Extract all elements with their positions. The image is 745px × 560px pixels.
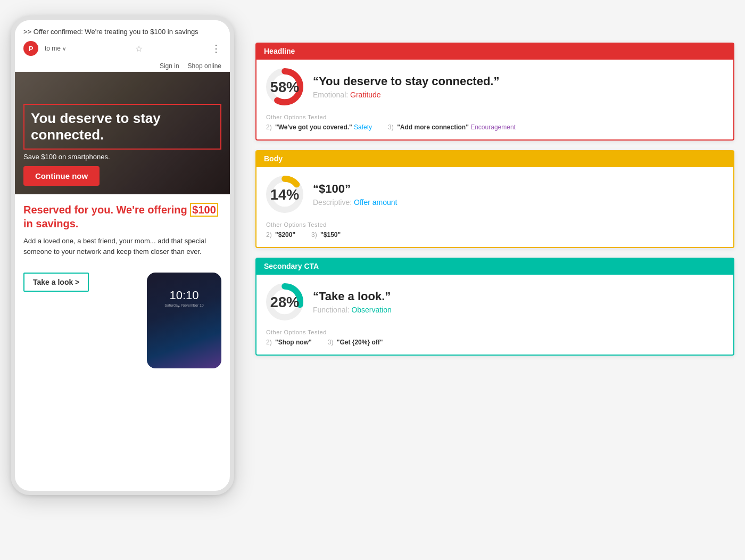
to-me-label: to me ∨: [45, 45, 66, 52]
body-main-row: 14% “$100” Descriptive: Offer amount: [266, 176, 724, 213]
secondary-cta-options-label: Other Options Tested: [266, 329, 724, 335]
phone-frame: >> Offer confirmed: We're treating you t…: [11, 16, 234, 495]
headline-quote-block: “You deserve to stay connected.” Emotion…: [313, 75, 499, 99]
headline-main-row: 58% “You deserve to stay connected.” Emo…: [266, 68, 724, 105]
email-body-text: Add a loved one, a best friend, your mom…: [23, 236, 221, 257]
svg-text:14%: 14%: [270, 186, 299, 203]
headline-chart: 58%: [266, 68, 303, 105]
email-hero: You deserve to stay connected. Save $100…: [15, 72, 230, 194]
secondary-cta-main-row: 28% “Take a look.” Functional: Observati…: [266, 283, 724, 320]
secondary-cta-quote: “Take a look.”: [313, 290, 392, 303]
headline-card-header: Headline: [256, 43, 733, 60]
headline-descriptor: Emotional: Gratitude: [313, 90, 499, 99]
headline-option-2: 3) "Add more connection" Encouragement: [388, 123, 516, 131]
signin-link[interactable]: Sign in: [160, 62, 179, 70]
svg-text:28%: 28%: [270, 294, 299, 310]
secondary-cta-card: Secondary CTA 28% “Take a look.” Functio…: [255, 258, 734, 356]
more-options-icon[interactable]: ⋮: [211, 43, 221, 54]
headline-option-1: 2) "We've got you covered." Safety: [266, 123, 372, 131]
headline-descriptor-value: Gratitude: [350, 90, 381, 99]
email-subject: >> Offer confirmed: We're treating you t…: [23, 28, 221, 36]
panels-container: Headline 58% “You deserve to stay connec…: [255, 11, 734, 356]
headline-descriptor-label: Emotional:: [313, 90, 348, 99]
secondary-cta-options-row: 2) "Shop now" 3) "Get {20%} off": [266, 339, 724, 346]
secondary-cta-quote-block: “Take a look.” Functional: Observation: [313, 290, 392, 314]
email-header: >> Offer confirmed: We're treating you t…: [15, 20, 230, 60]
secondary-cta-option-1: 2) "Shop now": [266, 339, 312, 346]
headline-card: Headline 58% “You deserve to stay connec…: [255, 43, 734, 141]
from-row-left: P to me ∨: [23, 41, 66, 56]
body-options-row: 2) "$200" 3) "$150": [266, 231, 724, 238]
reserved-text: Reserved for you. We're offering $100 in…: [23, 203, 221, 230]
secondary-cta-descriptor-value: Observation: [351, 306, 391, 314]
secondary-cta-option-2: 3) "Get {20%} off": [328, 339, 383, 346]
body-chart: 14%: [266, 176, 303, 213]
hero-headline-box: You deserve to stay connected.: [23, 104, 221, 150]
cta-container: Take a look >: [23, 273, 142, 292]
chevron-down-icon: ∨: [62, 46, 66, 52]
body-option-1: 2) "$200": [266, 231, 295, 238]
hero-subheadline: Save $100 on smartphones.: [23, 153, 221, 161]
body-option-2: 3) "$150": [311, 231, 341, 238]
secondary-cta-card-header: Secondary CTA: [256, 258, 733, 275]
svg-text:58%: 58%: [270, 79, 299, 95]
star-icon: ☆: [135, 44, 143, 54]
secondary-cta-card-content: 28% “Take a look.” Functional: Observati…: [256, 275, 733, 355]
secondary-cta-descriptor-label: Functional:: [313, 306, 349, 314]
body-card-content: 14% “$100” Descriptive: Offer amount Oth…: [256, 167, 733, 247]
body-quote: “$100”: [313, 182, 397, 196]
main-container: >> Offer confirmed: We're treating you t…: [0, 0, 745, 560]
email-body: Reserved for you. We're offering $100 in…: [15, 194, 230, 273]
phone-product-image: [147, 273, 221, 368]
body-descriptor-value: Offer amount: [354, 198, 397, 207]
body-quote-block: “$100” Descriptive: Offer amount: [313, 182, 397, 207]
hero-cta-button[interactable]: Continue now: [23, 166, 100, 186]
reserved-line1: Reserved for you. We're offering: [23, 204, 190, 216]
secondary-cta-chart: 28%: [266, 283, 303, 320]
secondary-cta-descriptor: Functional: Observation: [313, 306, 392, 314]
phone-container: >> Offer confirmed: We're treating you t…: [11, 16, 234, 495]
hero-headline: You deserve to stay connected.: [31, 110, 214, 143]
shop-online-link[interactable]: Shop online: [188, 62, 221, 70]
body-card-header: Body: [256, 150, 733, 167]
body-descriptor: Descriptive: Offer amount: [313, 198, 397, 207]
take-a-look-cta[interactable]: Take a look >: [23, 273, 89, 292]
avatar: P: [23, 41, 38, 56]
reserved-amount: $100: [190, 203, 218, 217]
email-from-row: P to me ∨ ☆ ⋮: [23, 41, 221, 56]
headline-quote: “You deserve to stay connected.”: [313, 75, 499, 88]
headline-options-label: Other Options Tested: [266, 114, 724, 120]
body-descriptor-label: Descriptive:: [313, 198, 352, 207]
reserved-suffix: in savings.: [23, 218, 78, 229]
phone-bottom-section: Take a look >: [15, 273, 230, 377]
headline-options-row: 2) "We've got you covered." Safety 3) "A…: [266, 123, 724, 131]
body-options-label: Other Options Tested: [266, 221, 724, 228]
headline-card-content: 58% “You deserve to stay connected.” Emo…: [256, 60, 733, 139]
body-card: Body 14% “$100” Descriptive: Offer amoun…: [255, 150, 734, 248]
email-nav: Sign in Shop online: [15, 60, 230, 72]
